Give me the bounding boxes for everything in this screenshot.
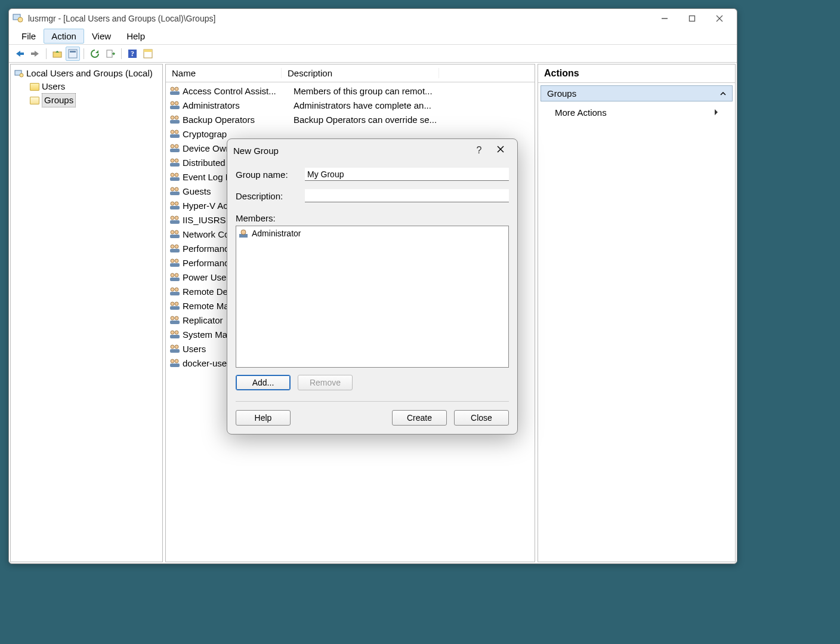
menu-file[interactable]: File bbox=[14, 29, 44, 44]
add-button[interactable]: Add... bbox=[236, 375, 291, 390]
group-icon bbox=[169, 344, 180, 353]
menu-action[interactable]: Action bbox=[44, 29, 84, 44]
svg-rect-65 bbox=[170, 306, 180, 310]
group-row[interactable]: Backup OperatorsBackup Operators can ove… bbox=[166, 112, 535, 127]
svg-point-25 bbox=[175, 116, 178, 119]
svg-point-73 bbox=[175, 345, 178, 349]
svg-point-64 bbox=[175, 302, 178, 306]
tree-users[interactable]: Users bbox=[14, 80, 159, 93]
group-row[interactable]: Access Control Assist...Members of this … bbox=[166, 84, 535, 98]
svg-point-57 bbox=[171, 273, 174, 277]
svg-point-81 bbox=[241, 230, 246, 235]
group-name-label: Group name: bbox=[236, 170, 305, 180]
group-icon bbox=[169, 201, 180, 210]
group-name-input[interactable] bbox=[305, 168, 509, 181]
col-name-header[interactable]: Name bbox=[169, 68, 282, 78]
svg-point-21 bbox=[171, 101, 174, 105]
svg-point-18 bbox=[171, 87, 174, 91]
create-button[interactable]: Create bbox=[392, 410, 447, 426]
remove-button[interactable]: Remove bbox=[298, 375, 353, 390]
svg-rect-53 bbox=[170, 249, 180, 252]
svg-rect-8 bbox=[53, 52, 61, 57]
svg-point-46 bbox=[175, 216, 178, 220]
svg-point-72 bbox=[171, 345, 174, 349]
svg-rect-59 bbox=[170, 278, 180, 281]
svg-rect-74 bbox=[170, 349, 180, 353]
svg-point-54 bbox=[171, 259, 174, 263]
tree-pane: Local Users and Groups (Local) Users Gro… bbox=[10, 64, 163, 562]
svg-rect-11 bbox=[107, 50, 112, 57]
close-button[interactable]: Close bbox=[454, 410, 509, 426]
svg-rect-3 bbox=[690, 16, 695, 21]
group-name: Cryptograp bbox=[183, 129, 288, 139]
svg-rect-62 bbox=[170, 292, 180, 295]
svg-rect-50 bbox=[170, 235, 180, 238]
svg-point-43 bbox=[175, 202, 178, 205]
group-icon bbox=[169, 129, 180, 138]
svg-point-48 bbox=[171, 230, 174, 234]
tree-groups[interactable]: Groups bbox=[14, 93, 76, 107]
group-icon bbox=[169, 158, 180, 167]
toolbar: ? bbox=[9, 45, 737, 63]
svg-rect-38 bbox=[170, 177, 180, 181]
members-label: Members: bbox=[236, 213, 509, 223]
member-item[interactable]: Administrator bbox=[239, 229, 506, 238]
back-button[interactable] bbox=[13, 47, 27, 61]
svg-point-30 bbox=[171, 144, 174, 148]
group-name: Backup Operators bbox=[183, 115, 288, 125]
close-button[interactable] bbox=[706, 10, 733, 27]
svg-point-60 bbox=[171, 288, 174, 291]
folder-open-icon bbox=[30, 97, 39, 104]
group-name: Administrators bbox=[183, 100, 288, 110]
members-list[interactable]: Administrator bbox=[236, 226, 509, 368]
svg-rect-56 bbox=[170, 263, 180, 267]
menu-help[interactable]: Help bbox=[119, 29, 153, 44]
tree-root[interactable]: Local Users and Groups (Local) bbox=[14, 67, 159, 80]
svg-rect-41 bbox=[170, 192, 180, 195]
svg-rect-20 bbox=[170, 91, 180, 95]
group-icon bbox=[169, 315, 180, 325]
minimize-button[interactable] bbox=[651, 10, 678, 27]
chevron-right-icon bbox=[714, 107, 718, 118]
columns-icon[interactable] bbox=[141, 47, 155, 61]
window-title: lusrmgr - [Local Users and Groups (Local… bbox=[28, 14, 215, 23]
dialog-help-icon[interactable]: ? bbox=[468, 145, 490, 156]
help-icon[interactable]: ? bbox=[125, 47, 140, 61]
dialog-close-icon[interactable] bbox=[490, 145, 511, 156]
description-input[interactable] bbox=[305, 189, 509, 202]
svg-point-51 bbox=[171, 245, 174, 248]
group-icon bbox=[169, 329, 180, 339]
group-icon bbox=[169, 186, 180, 196]
group-icon bbox=[169, 115, 180, 124]
folder-icon bbox=[30, 83, 39, 91]
menu-view[interactable]: View bbox=[84, 29, 119, 44]
actions-section-label: Groups bbox=[547, 88, 576, 98]
titlebar: lusrmgr - [Local Users and Groups (Local… bbox=[9, 9, 737, 28]
forward-button[interactable] bbox=[28, 47, 42, 61]
maximize-button[interactable] bbox=[678, 10, 706, 27]
svg-rect-77 bbox=[170, 363, 180, 367]
svg-point-17 bbox=[20, 73, 23, 77]
actions-section[interactable]: Groups bbox=[541, 85, 733, 101]
more-actions[interactable]: More Actions bbox=[538, 104, 735, 121]
export-icon[interactable] bbox=[103, 47, 118, 61]
col-desc-header[interactable]: Description bbox=[282, 68, 439, 78]
group-row[interactable]: AdministratorsAdministrators have comple… bbox=[166, 98, 535, 112]
svg-text:?: ? bbox=[131, 50, 134, 58]
svg-rect-44 bbox=[170, 206, 180, 209]
svg-point-75 bbox=[171, 359, 174, 363]
svg-point-37 bbox=[175, 173, 178, 177]
group-icon bbox=[169, 172, 180, 181]
svg-point-66 bbox=[171, 316, 174, 320]
svg-rect-26 bbox=[170, 120, 180, 124]
refresh-icon[interactable] bbox=[88, 47, 102, 61]
group-desc: Members of this group can remot... bbox=[288, 86, 535, 96]
svg-point-31 bbox=[175, 144, 178, 148]
help-button[interactable]: Help bbox=[236, 410, 291, 426]
svg-point-33 bbox=[171, 159, 174, 162]
svg-rect-71 bbox=[170, 335, 180, 338]
up-folder-icon[interactable] bbox=[50, 47, 64, 61]
properties-icon[interactable] bbox=[66, 47, 80, 61]
app-icon bbox=[13, 13, 24, 24]
svg-rect-23 bbox=[170, 106, 180, 109]
